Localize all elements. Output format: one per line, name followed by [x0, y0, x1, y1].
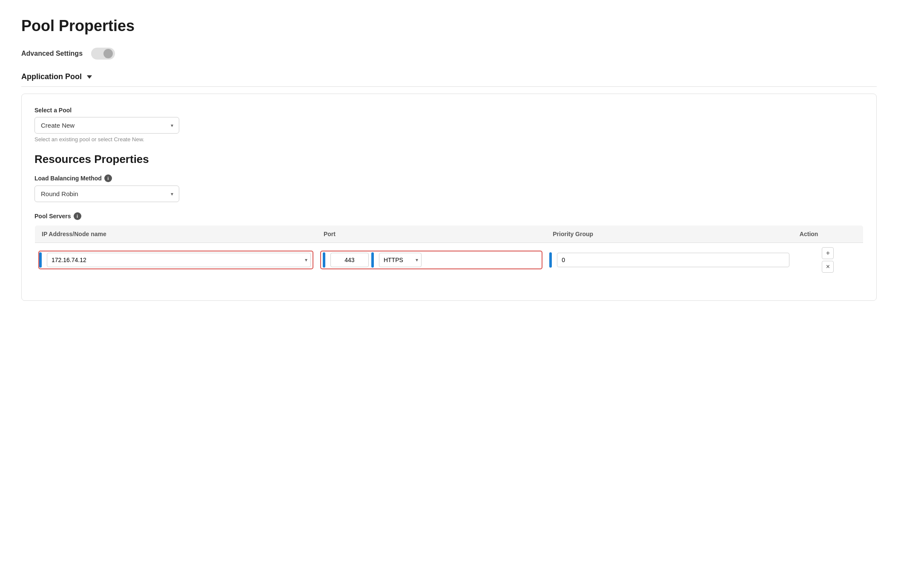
application-pool-section-header[interactable]: Application Pool — [21, 72, 877, 87]
ip-drag-handle — [39, 252, 42, 268]
protocol-drag-handle — [371, 252, 374, 268]
pool-servers-header-row: IP Address/Node name Port Priority Group… — [35, 225, 864, 243]
load-balancing-dropdown[interactable]: Round Robin Least Connections IP Hash — [34, 186, 179, 202]
ip-address-dropdown[interactable]: 172.16.74.12 192.168.1.1 — [47, 253, 311, 267]
pool-servers-group: Pool Servers i IP Address/Node name Port… — [34, 212, 864, 277]
select-pool-hint: Select an existing pool or select Create… — [34, 136, 864, 143]
port-drag-handle — [323, 252, 325, 268]
load-balancing-wrapper: Round Robin Least Connections IP Hash ▾ — [34, 186, 179, 202]
pool-servers-tbody: 172.16.74.12 192.168.1.1 ▾ — [35, 243, 864, 277]
col-header-ip: IP Address/Node name — [35, 225, 317, 243]
pool-servers-thead: IP Address/Node name Port Priority Group… — [35, 225, 864, 243]
table-row: 172.16.74.12 192.168.1.1 ▾ — [35, 243, 864, 277]
priority-drag-handle — [549, 252, 552, 268]
priority-input[interactable] — [557, 253, 789, 267]
page-title: Pool Properties — [21, 17, 877, 35]
cell-action: + × — [793, 243, 864, 277]
pool-servers-label: Pool Servers i — [34, 212, 864, 220]
col-header-action: Action — [793, 225, 864, 243]
select-pool-label: Select a Pool — [34, 107, 864, 114]
select-pool-group: Select a Pool Create New Pool 1 Pool 2 ▾… — [34, 107, 864, 143]
load-balancing-label: Load Balancing Method i — [34, 174, 864, 182]
col-header-priority: Priority Group — [546, 225, 793, 243]
advanced-settings-label: Advanced Settings — [21, 50, 83, 57]
action-buttons-group: + × — [796, 247, 860, 273]
pool-servers-info-icon: i — [74, 212, 81, 220]
protocol-wrapper: HTTPS HTTP TCP ▾ — [379, 253, 422, 267]
cell-port: HTTPS HTTP TCP ▾ — [317, 243, 546, 277]
protocol-dropdown[interactable]: HTTPS HTTP TCP — [379, 253, 422, 267]
add-server-button[interactable]: + — [822, 247, 834, 259]
cell-priority — [546, 243, 793, 277]
ip-select-wrapper: 172.16.74.12 192.168.1.1 ▾ — [47, 253, 311, 267]
advanced-settings-toggle[interactable] — [91, 48, 115, 60]
col-header-port: Port — [317, 225, 546, 243]
select-pool-wrapper: Create New Pool 1 Pool 2 ▾ — [34, 117, 179, 134]
resources-properties-title: Resources Properties — [34, 153, 864, 166]
advanced-settings-row: Advanced Settings — [21, 48, 877, 60]
pool-servers-table: IP Address/Node name Port Priority Group… — [34, 225, 864, 277]
remove-server-button[interactable]: × — [822, 261, 834, 273]
application-pool-card: Select a Pool Create New Pool 1 Pool 2 ▾… — [21, 94, 877, 301]
port-input[interactable] — [330, 253, 369, 267]
load-balancing-info-icon: i — [104, 174, 112, 182]
cell-ip: 172.16.74.12 192.168.1.1 ▾ — [35, 243, 317, 277]
application-pool-chevron-icon — [87, 75, 92, 79]
select-pool-dropdown[interactable]: Create New Pool 1 Pool 2 — [34, 117, 179, 134]
application-pool-label: Application Pool — [21, 72, 82, 81]
load-balancing-group: Load Balancing Method i Round Robin Leas… — [34, 174, 864, 202]
